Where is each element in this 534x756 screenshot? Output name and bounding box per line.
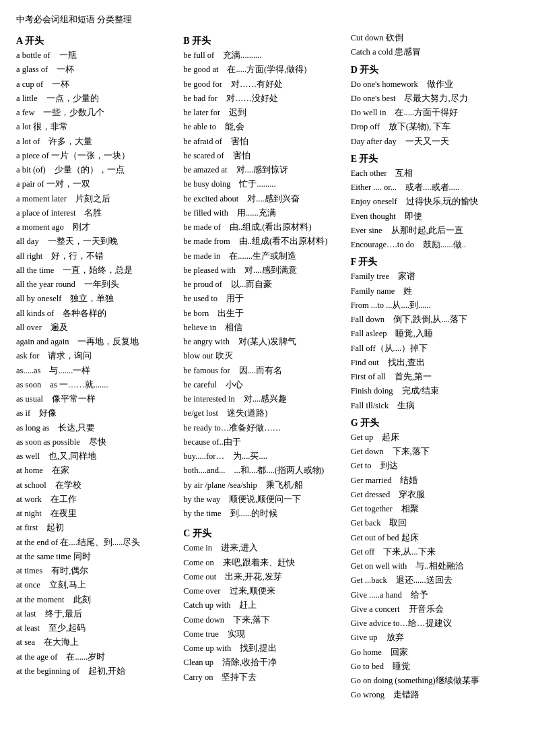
entry: be interested in 对....感兴趣 [183, 392, 345, 406]
entry: Catch a cold 患感冒 [351, 45, 512, 59]
entry: Get off 下来,从...下来 [351, 545, 512, 559]
entry: a piece of 一片（一张，一块） [16, 149, 178, 163]
entry: as if 好像 [16, 406, 178, 420]
entry: at times 有时,偶尔 [16, 564, 178, 578]
entry: because of..由于 [183, 435, 345, 449]
entry: as soon as 一……就....... [16, 378, 178, 392]
entry: be pleased with 对....感到满意 [183, 263, 345, 278]
entry: Ger married 结婚 [351, 474, 512, 488]
entry: Give up 放弃 [351, 631, 512, 645]
entry: as.....as 与.......一样 [16, 364, 178, 378]
entry: all the time 一直，始终，总是 [16, 263, 178, 278]
entry: Drop off 放下(某物), 下车 [351, 120, 512, 134]
entry: be angry with 对(某人)发脾气 [183, 335, 345, 349]
entry: be made from 由..组成(看不出原材料) [183, 234, 345, 249]
entry: Go to bed 睡觉 [351, 660, 512, 674]
entry: at once 立刻,马上 [16, 578, 178, 592]
entry: Do well in 在.....方面干得好 [351, 106, 512, 120]
entry: be made in 在.......生产或制造 [183, 249, 345, 263]
entry: Get to 到达 [351, 459, 512, 473]
section-header-c: C 开头 [183, 528, 345, 540]
entry: be good for 对……有好处 [183, 77, 345, 92]
column-1: A 开头 a bottle of 一瓶 a glass of 一杯 a cup … [16, 31, 183, 679]
entry: again and again 一再地，反复地 [16, 335, 178, 349]
entry: as soon as possible 尽快 [16, 435, 178, 449]
content-columns: A 开头 a bottle of 一瓶 a glass of 一杯 a cup … [16, 31, 518, 703]
entry: be bad for 对……没好处 [183, 92, 345, 106]
entry: Ever sine 从那时起,此后一直 [351, 224, 512, 238]
entry: Get together 相聚 [351, 502, 512, 516]
entry: Come out 出来,开花,发芽 [183, 570, 345, 584]
entry: Go home 回家 [351, 645, 512, 660]
entry: be amazed at 对....感到惊讶 [183, 163, 345, 177]
entry: Give advice to…给…提建议 [351, 617, 512, 631]
entry: Carry on 坚持下去 [183, 670, 345, 685]
entry: at the end of 在....结尾、到.....尽头 [16, 536, 178, 550]
entry: Fall down 倒下,跌倒,从....落下 [351, 313, 512, 327]
entry: at sea 在大海上 [16, 635, 178, 650]
entry: Come in 进来,进入 [183, 541, 345, 555]
entry: Fall ill/sick 生病 [351, 399, 512, 413]
entry: a lot 很，非常 [16, 120, 178, 134]
section-header-f: F 开头 [351, 256, 512, 268]
entry: at first 起初 [16, 521, 178, 535]
entry: a pair of 一对，一双 [16, 177, 178, 191]
entry: as long as 长达,只要 [16, 421, 178, 435]
entry: Come true 实现 [183, 627, 345, 641]
entry: Each other 互相 [351, 166, 512, 181]
entry: be scared of 害怕 [183, 149, 345, 163]
entry: at the same time 同时 [16, 550, 178, 564]
entry: at school 在学校 [16, 478, 178, 493]
entry: all by oneself 独立，单独 [16, 292, 178, 306]
entry: Day after day 一天又一天 [351, 135, 512, 149]
entry: Come over 过来,顺便来 [183, 584, 345, 598]
entry: Get on well with 与..相处融洽 [351, 559, 512, 573]
entry: Get down 下来,落下 [351, 445, 512, 459]
page-title: 中考必会词组和短语 分类整理 [16, 13, 518, 26]
entry: at the age of 在......岁时 [16, 650, 178, 664]
entry: be born 出生于 [183, 307, 345, 321]
entry: buy.....for… 为....买.... [183, 449, 345, 464]
entry: all the year round 一年到头 [16, 278, 178, 292]
entry: be famous for 因....而有名 [183, 364, 345, 378]
entry: all day 一整天，一天到晚 [16, 234, 178, 249]
entry: Give .....a hand 给予 [351, 588, 512, 602]
entry: Go on doing (something)继续做某事 [351, 674, 512, 688]
section-header-b: B 开头 [183, 35, 345, 47]
entry: as usual 像平常一样 [16, 392, 178, 406]
entry: Find out 找出,查出 [351, 356, 512, 370]
entry: Finish doing 完成/结束 [351, 384, 512, 398]
entry: a moment later 片刻之后 [16, 192, 178, 206]
entry: ask for 请求，询问 [16, 349, 178, 363]
entry: by the time 到......的时候 [183, 507, 345, 521]
entry: Family tree 家谱 [351, 270, 512, 284]
entry: both....and... ...和....都....(指两人或物) [183, 464, 345, 478]
entry: at last 终于,最后 [16, 607, 178, 621]
column-2: B 开头 be full of 充满.......... be good at … [183, 31, 350, 685]
entry: be/get lost 迷失(道路) [183, 406, 345, 420]
entry: be excited about 对....感到兴奋 [183, 192, 345, 206]
section-header-d: D 开头 [351, 64, 512, 76]
entry: Get ...back 退还......送回去 [351, 573, 512, 588]
entry: a glass of 一杯 [16, 63, 178, 77]
entry: as well 也,又,同样地 [16, 449, 178, 464]
entry: Even thought 即使 [351, 210, 512, 224]
entry: be ready to…准备好做…… [183, 421, 345, 435]
entry: From ...to ...从....到...... [351, 298, 512, 313]
entry: Go wrong 走错路 [351, 688, 512, 702]
entry: Get up 起床 [351, 431, 512, 445]
entry: by the way 顺便说,顺便问一下 [183, 493, 345, 507]
entry: be proud of 以...而自豪 [183, 278, 345, 292]
entry: at night 在夜里 [16, 507, 178, 521]
entry: Come up with 找到,提出 [183, 641, 345, 656]
entry: at work 在工作 [16, 493, 178, 507]
entry: a few 一些，少数几个 [16, 106, 178, 120]
entry: by air /plane /sea/ship 乘飞机/船 [183, 478, 345, 493]
entry: a moment ago 刚才 [16, 220, 178, 234]
entry: all over 遍及 [16, 321, 178, 335]
entry: Get dressed 穿衣服 [351, 488, 512, 502]
entry: at the beginning of 起初,开始 [16, 664, 178, 679]
section-header-g: G 开头 [351, 417, 512, 429]
entry: be full of 充满.......... [183, 49, 345, 63]
entry: a little 一点，少量的 [16, 92, 178, 106]
